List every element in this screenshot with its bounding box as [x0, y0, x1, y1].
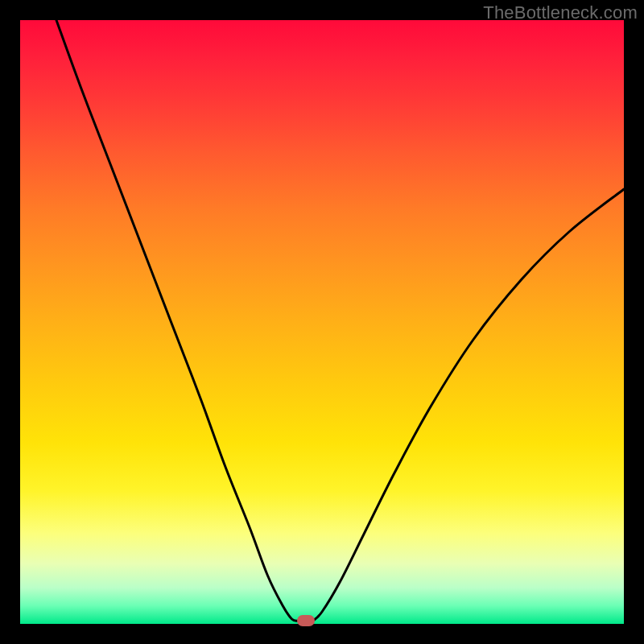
curve-svg [20, 20, 624, 624]
curve-left-branch [56, 20, 298, 621]
minimum-marker [297, 615, 315, 626]
plot-area [20, 20, 624, 624]
curve-right-branch [313, 189, 624, 621]
chart-frame: TheBottleneck.com [0, 0, 644, 644]
